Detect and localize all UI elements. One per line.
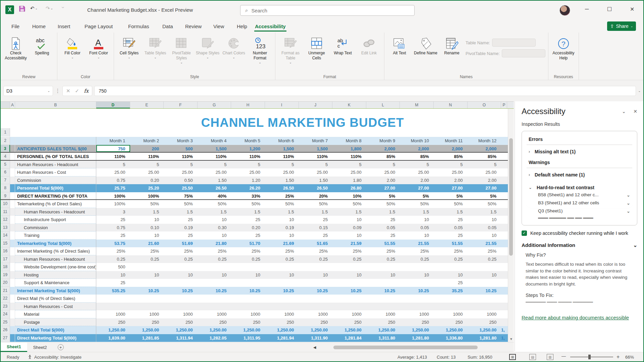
cell[interactable]: 26.20 bbox=[231, 184, 265, 192]
zoom-in-button[interactable]: + bbox=[616, 354, 620, 360]
ribbon-tab-review[interactable]: Review bbox=[184, 22, 202, 31]
cell[interactable]: 10 bbox=[299, 271, 333, 279]
cell[interactable]: 1.5 bbox=[265, 208, 299, 216]
row-number[interactable]: 4 bbox=[1, 153, 10, 160]
cell[interactable]: 21.80 bbox=[198, 240, 231, 248]
zoom-out-button[interactable]: — bbox=[561, 354, 566, 359]
cell[interactable]: 100% bbox=[96, 192, 130, 200]
cell[interactable]: 50% bbox=[164, 200, 198, 208]
row-label[interactable]: Commission bbox=[15, 224, 96, 232]
column-header-D[interactable]: D bbox=[96, 102, 130, 108]
horizontal-scrollbar-thumb[interactable] bbox=[333, 346, 478, 349]
cell[interactable]: 25.00 bbox=[299, 168, 333, 176]
cell[interactable]: 10% bbox=[332, 192, 366, 200]
pivottable-name-input[interactable] bbox=[502, 49, 545, 57]
cell[interactable] bbox=[164, 295, 198, 303]
cell[interactable]: 50% bbox=[468, 200, 501, 208]
edit-link-button[interactable]: Edit Link bbox=[357, 35, 381, 56]
clipped-cell[interactable] bbox=[501, 263, 507, 271]
number-format-button[interactable]: 123 Number Format ⌄ bbox=[248, 35, 272, 64]
cell[interactable]: 51.65 bbox=[299, 240, 333, 248]
cell[interactable]: 10 bbox=[96, 271, 130, 279]
cell[interactable]: 26.80 bbox=[332, 184, 366, 192]
row-label[interactable]: Human Resources - Headcount bbox=[15, 161, 96, 169]
clipped-cell[interactable] bbox=[501, 208, 507, 216]
cell[interactable]: 10 bbox=[332, 271, 366, 279]
cell[interactable]: 1,800 bbox=[332, 145, 366, 152]
cell[interactable] bbox=[468, 303, 501, 311]
row-number[interactable]: 21 bbox=[1, 287, 10, 295]
row-label[interactable]: Hosting bbox=[15, 271, 96, 279]
cell[interactable]: 10.25 bbox=[366, 287, 400, 295]
cell[interactable]: 1.50 bbox=[198, 176, 231, 185]
clipped-cell[interactable] bbox=[501, 145, 507, 152]
row-number[interactable]: 15 bbox=[1, 240, 10, 248]
column-header-J[interactable]: J bbox=[299, 102, 333, 108]
cell[interactable]: 0.05 bbox=[400, 224, 434, 232]
cell[interactable]: 0.25 bbox=[265, 255, 299, 263]
cell[interactable]: 1000 bbox=[332, 310, 366, 318]
chevron-down-icon[interactable]: ⌄ bbox=[627, 192, 630, 198]
cell[interactable]: 5% bbox=[366, 192, 400, 200]
cell[interactable]: 25% bbox=[198, 247, 231, 255]
month-header[interactable]: Month 6 bbox=[265, 137, 299, 145]
row-number[interactable]: 26 bbox=[1, 326, 10, 334]
unmerge-cells-button[interactable]: Unmerge Cells bbox=[304, 35, 329, 61]
cell[interactable]: 0.19 bbox=[164, 224, 198, 232]
month-header[interactable]: Month 10 bbox=[400, 137, 434, 145]
scroll-down-icon[interactable]: ▼ bbox=[509, 337, 513, 341]
cell[interactable]: 0.30 bbox=[198, 224, 231, 232]
cell[interactable]: 85% bbox=[366, 153, 400, 160]
cell[interactable]: 10 bbox=[332, 231, 366, 240]
cell[interactable]: 25 bbox=[164, 231, 198, 240]
chart-colors-button[interactable]: Chart Colors ⌄ bbox=[221, 35, 246, 59]
warning-group-contrast[interactable]: ⌄ Hard-to-read text contrast bbox=[527, 181, 632, 191]
row-label[interactable]: Training bbox=[15, 231, 96, 240]
clipped-cell[interactable]: 1, bbox=[501, 326, 507, 334]
column-header-P[interactable]: P bbox=[501, 102, 507, 108]
cell[interactable]: 25.00 bbox=[198, 168, 231, 176]
cell[interactable] bbox=[366, 295, 400, 303]
clipped-cell[interactable] bbox=[501, 192, 507, 200]
cell[interactable] bbox=[164, 279, 198, 287]
cell[interactable]: 10 bbox=[265, 271, 299, 279]
row-number[interactable]: 9 bbox=[1, 192, 10, 200]
excel-logo-icon[interactable]: X bbox=[5, 5, 14, 14]
cell[interactable]: 25% bbox=[366, 247, 400, 255]
cell[interactable]: 100% bbox=[96, 200, 130, 208]
cell[interactable]: 25.75 bbox=[96, 184, 130, 192]
page-layout-view-icon[interactable]: ▤ bbox=[529, 354, 536, 360]
cell[interactable]: 10 bbox=[198, 216, 231, 224]
clipped-cell[interactable] bbox=[501, 318, 507, 326]
column-header-K[interactable]: K bbox=[332, 102, 366, 108]
cell[interactable]: 5% bbox=[400, 192, 434, 200]
row-label[interactable]: Human Resources - Cost bbox=[15, 303, 96, 311]
cell[interactable]: 1,250.00 bbox=[434, 326, 468, 334]
cell[interactable]: 25.00 bbox=[400, 168, 434, 176]
vertical-scrollbar[interactable]: ▼ bbox=[508, 109, 514, 342]
cell[interactable]: 250 bbox=[434, 318, 468, 326]
cell[interactable]: 1000 bbox=[231, 310, 265, 318]
cell[interactable]: 85% bbox=[434, 153, 468, 160]
column-header-F[interactable]: F bbox=[164, 102, 198, 108]
column-header-L[interactable]: L bbox=[366, 102, 400, 108]
cell[interactable]: 1.5 bbox=[231, 208, 265, 216]
sheet-tab-sheet2[interactable]: Sheet2 bbox=[27, 343, 53, 352]
cell[interactable]: 25 bbox=[434, 231, 468, 240]
cell[interactable]: 0.19 bbox=[265, 224, 299, 232]
cell[interactable]: 0.25 bbox=[299, 255, 333, 263]
cell[interactable]: 25% bbox=[468, 247, 501, 255]
month-header[interactable]: Month 7 bbox=[299, 137, 333, 145]
cell[interactable]: 1,200 bbox=[231, 145, 265, 152]
chevron-down-icon[interactable]: ⌄ bbox=[633, 242, 637, 248]
cell[interactable]: 1,250.00 bbox=[468, 326, 501, 334]
cell[interactable]: 1,500 bbox=[299, 145, 333, 152]
cell[interactable]: 250 bbox=[400, 318, 434, 326]
cell[interactable]: 25 bbox=[434, 279, 468, 287]
cell[interactable]: 27.00 bbox=[366, 184, 400, 192]
cell[interactable]: 25 bbox=[299, 231, 333, 240]
cell[interactable]: 0.05 bbox=[468, 224, 501, 232]
column-header-H[interactable]: H bbox=[231, 102, 265, 108]
cell[interactable] bbox=[400, 303, 434, 311]
cell[interactable]: 25% bbox=[265, 192, 299, 200]
